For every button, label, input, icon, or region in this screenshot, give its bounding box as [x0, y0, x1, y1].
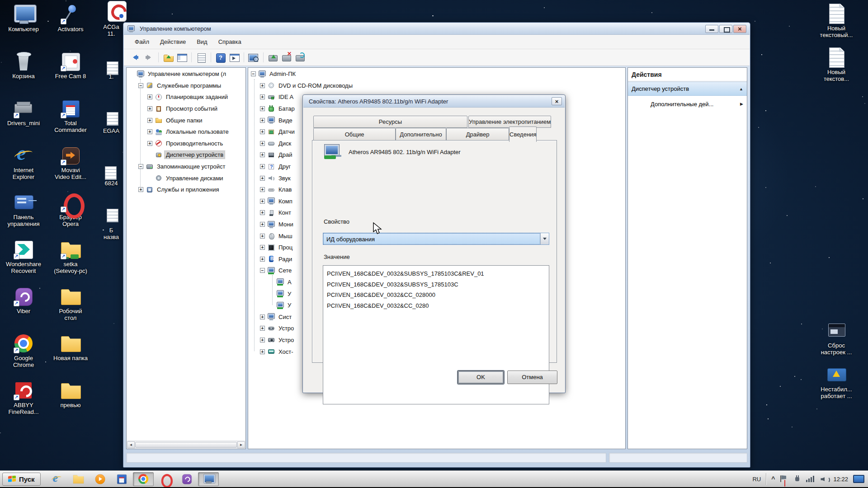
expander-icon[interactable] — [251, 71, 256, 76]
tree-item[interactable]: Службы и приложения — [127, 184, 245, 196]
tree-item[interactable]: Управление компьютером (л — [127, 68, 245, 80]
taskbar-app-button[interactable] — [68, 472, 89, 486]
display-tray-icon[interactable] — [853, 475, 864, 483]
taskbar-app-button[interactable] — [111, 472, 132, 486]
desktop-icon[interactable]: Браузер Opera — [47, 192, 94, 239]
tree-item[interactable]: Планировщик заданий — [127, 91, 245, 103]
desktop-icon[interactable]: Новый текстов... — [813, 47, 860, 82]
expander-icon[interactable] — [260, 245, 265, 250]
toolbar-button-icon[interactable] — [211, 52, 211, 62]
toolbar-button-icon[interactable] — [295, 52, 306, 63]
expander-icon[interactable] — [260, 338, 265, 343]
dialog-tab[interactable]: Сведения — [509, 127, 537, 142]
menu-item[interactable]: Вид — [191, 35, 213, 49]
actions-device-manager-row[interactable]: Диспетчер устройств ▲ — [628, 82, 747, 96]
toolbar-button-icon[interactable] — [263, 52, 264, 62]
toolbar-button-icon[interactable] — [130, 52, 141, 63]
dialog-tab[interactable]: Дополнительно — [396, 128, 446, 141]
expander-icon[interactable] — [260, 268, 265, 273]
expander-icon[interactable] — [260, 152, 265, 157]
desktop-icon[interactable]: setka (Setevoy-pc) — [47, 239, 94, 286]
hardware-id-item[interactable]: PCI\VEN_168C&DEV_0032&CC_028000 — [323, 290, 549, 300]
acga-app-icon[interactable] — [108, 1, 127, 22]
toolbar-button-icon[interactable] — [196, 52, 207, 63]
desktop-icon[interactable]: Internet Explorer — [0, 145, 47, 192]
toolbar-button-icon[interactable] — [176, 52, 187, 63]
tree-item[interactable]: Общие папки — [127, 114, 245, 126]
toolbar-button-icon[interactable] — [281, 52, 292, 63]
taskbar-app-button[interactable] — [176, 472, 197, 486]
tree-item[interactable]: Запоминающие устройст — [127, 161, 245, 173]
expander-icon[interactable] — [260, 141, 265, 146]
desktop-icon[interactable]: Activators — [47, 4, 94, 51]
desktop-icon[interactable]: ABBYY FineRead... — [0, 380, 47, 427]
clock[interactable]: 12:22 — [833, 476, 848, 483]
desktop-icon[interactable]: Drivers_mini — [0, 98, 47, 145]
desktop-icon[interactable]: Панель управления — [0, 192, 47, 239]
expander-icon[interactable] — [147, 118, 152, 123]
dialog-tab[interactable]: Ресурсы — [313, 116, 467, 128]
chevron-down-icon[interactable] — [540, 233, 549, 244]
expander-icon[interactable] — [260, 210, 265, 215]
desktop-icon[interactable]: превью — [47, 380, 94, 427]
toolbar-button-icon[interactable] — [143, 52, 154, 63]
device-tree-item[interactable]: Admin-ПК — [249, 68, 625, 80]
taskbar-app-button[interactable] — [198, 472, 219, 486]
expander-icon[interactable] — [147, 94, 152, 99]
dialog-tab[interactable]: Управление электропитанием — [468, 116, 551, 128]
toolbar-button-icon[interactable] — [268, 52, 278, 63]
toolbar-button-icon[interactable] — [248, 52, 259, 63]
desktop-icon[interactable]: Сброс настроек ... — [813, 320, 860, 356]
toolbar-button-icon[interactable] — [158, 52, 159, 62]
desktop-icon[interactable]: Компьютер — [0, 4, 47, 51]
expander-icon[interactable] — [138, 187, 143, 192]
collapse-icon[interactable]: ▲ — [739, 87, 743, 91]
taskbar-app-button[interactable] — [46, 472, 67, 486]
actions-more-row[interactable]: Дополнительные дей... ▶ — [628, 96, 747, 112]
tree-item[interactable]: Просмотр событий — [127, 103, 245, 115]
expander-icon[interactable] — [147, 106, 152, 111]
ok-button[interactable]: OK — [458, 371, 504, 384]
hardware-id-item[interactable]: PCI\VEN_168C&DEV_0032&SUBSYS_1785103C&RE… — [323, 268, 549, 279]
menu-item[interactable]: Действие — [155, 35, 191, 49]
tree-item[interactable]: Локальные пользовате — [127, 126, 245, 138]
expander-icon[interactable] — [138, 164, 143, 169]
horizontal-scrollbar[interactable]: ◄ ► — [127, 441, 245, 448]
desktop-icon[interactable]: Viber — [0, 286, 47, 333]
expander-icon[interactable] — [260, 314, 265, 319]
hardware-id-item[interactable]: PCI\VEN_168C&DEV_0032&CC_0280 — [323, 300, 549, 311]
expander-icon[interactable] — [260, 234, 265, 239]
expander-icon[interactable] — [138, 83, 143, 88]
minimize-button[interactable] — [705, 25, 718, 33]
desktop-icon[interactable]: Робочий стол — [47, 286, 94, 333]
expander-icon[interactable] — [260, 187, 265, 192]
window-titlebar[interactable]: Управление компьютером — [124, 23, 750, 35]
start-button[interactable]: Пуск — [2, 473, 41, 486]
expander-icon[interactable] — [260, 257, 265, 262]
taskbar-app-button[interactable] — [155, 472, 175, 486]
expander-icon[interactable] — [260, 326, 265, 331]
menu-item[interactable]: Файл — [129, 35, 155, 49]
maximize-button[interactable] — [719, 25, 732, 33]
tree-item[interactable]: Производительность — [127, 138, 245, 150]
tree-item[interactable]: Служебные программы — [127, 80, 245, 92]
toolbar-button-icon[interactable] — [215, 52, 226, 63]
taskbar-app-button[interactable] — [133, 472, 154, 486]
menu-item[interactable]: Справка — [213, 35, 247, 49]
taskbar-app-button[interactable] — [90, 472, 110, 486]
desktop-icon[interactable]: Total Commander — [47, 98, 94, 145]
property-select[interactable]: ИД оборудования — [323, 233, 549, 245]
dialog-tab[interactable]: Общие — [313, 128, 396, 141]
tray-chevron-icon[interactable]: ^ — [771, 476, 775, 482]
hardware-id-item[interactable]: PCI\VEN_168C&DEV_0032&SUBSYS_1785103C — [323, 279, 549, 290]
volume-icon[interactable] — [820, 475, 828, 483]
expander-icon[interactable] — [147, 141, 152, 146]
toolbar-button-icon[interactable] — [244, 52, 244, 62]
expander-icon[interactable] — [260, 222, 265, 227]
dialog-tab[interactable]: Драйвер — [446, 128, 509, 141]
expander-icon[interactable] — [260, 129, 265, 134]
desktop-icon[interactable]: Google Chrome — [0, 333, 47, 380]
language-indicator[interactable]: RU — [752, 476, 761, 483]
device-tree-item[interactable]: DVD и CD-ROM дисководы — [249, 80, 625, 92]
desktop-icon[interactable]: Movavi Video Edit... — [47, 145, 94, 192]
